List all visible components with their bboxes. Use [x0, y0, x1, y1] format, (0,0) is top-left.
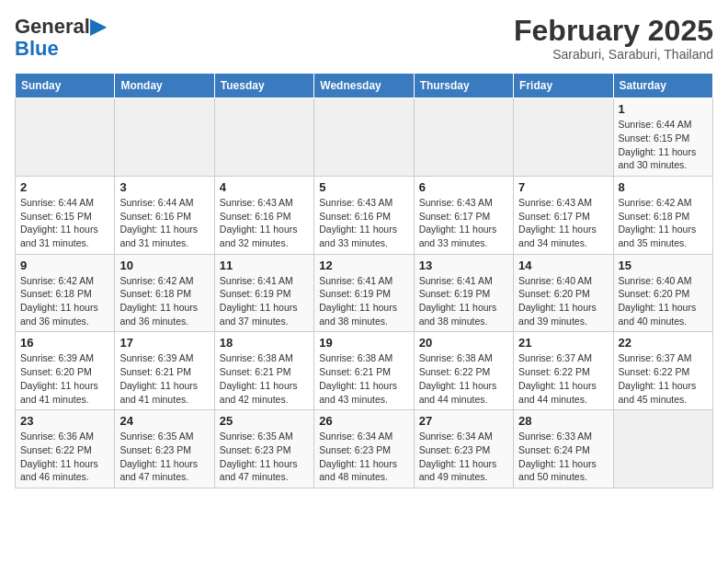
- day-number: 3: [119, 180, 209, 194]
- day-info: Sunrise: 6:35 AM Sunset: 6:23 PM Dayligh…: [220, 430, 309, 484]
- day-info: Sunrise: 6:36 AM Sunset: 6:22 PM Dayligh…: [20, 430, 109, 484]
- day-number: 5: [319, 180, 408, 194]
- calendar-cell: 20Sunrise: 6:38 AM Sunset: 6:22 PM Dayli…: [414, 332, 513, 410]
- day-info: Sunrise: 6:43 AM Sunset: 6:16 PM Dayligh…: [319, 196, 408, 250]
- calendar-cell: [414, 98, 513, 177]
- day-info: Sunrise: 6:42 AM Sunset: 6:18 PM Dayligh…: [619, 196, 708, 250]
- day-number: 11: [220, 259, 309, 272]
- day-number: 14: [518, 259, 608, 272]
- day-number: 13: [419, 259, 508, 272]
- day-number: 23: [20, 414, 109, 428]
- day-info: Sunrise: 6:44 AM Sunset: 6:15 PM Dayligh…: [20, 196, 109, 250]
- calendar-cell: 1Sunrise: 6:44 AM Sunset: 6:15 PM Daylig…: [613, 98, 712, 177]
- day-info: Sunrise: 6:33 AM Sunset: 6:24 PM Dayligh…: [518, 430, 608, 484]
- calendar-cell: 26Sunrise: 6:34 AM Sunset: 6:23 PM Dayli…: [314, 410, 414, 488]
- calendar-cell: 4Sunrise: 6:43 AM Sunset: 6:16 PM Daylig…: [214, 176, 313, 254]
- day-info: Sunrise: 6:34 AM Sunset: 6:23 PM Dayligh…: [419, 430, 508, 484]
- day-number: 12: [319, 259, 408, 272]
- day-info: Sunrise: 6:37 AM Sunset: 6:22 PM Dayligh…: [619, 351, 708, 406]
- calendar-cell: [514, 98, 613, 177]
- day-info: Sunrise: 6:42 AM Sunset: 6:18 PM Dayligh…: [20, 274, 109, 328]
- day-info: Sunrise: 6:39 AM Sunset: 6:21 PM Dayligh…: [119, 351, 209, 406]
- day-number: 15: [619, 259, 708, 272]
- calendar-cell: 24Sunrise: 6:35 AM Sunset: 6:23 PM Dayli…: [115, 410, 214, 488]
- calendar-cell: 15Sunrise: 6:40 AM Sunset: 6:20 PM Dayli…: [613, 254, 712, 332]
- day-number: 24: [119, 414, 209, 428]
- calendar-cell: 9Sunrise: 6:42 AM Sunset: 6:18 PM Daylig…: [16, 254, 115, 332]
- day-info: Sunrise: 6:40 AM Sunset: 6:20 PM Dayligh…: [518, 274, 608, 328]
- day-number: 9: [20, 259, 109, 272]
- calendar-cell: 7Sunrise: 6:43 AM Sunset: 6:17 PM Daylig…: [514, 176, 613, 254]
- day-number: 17: [119, 336, 209, 350]
- calendar-cell: [115, 98, 214, 177]
- calendar-cell: 18Sunrise: 6:38 AM Sunset: 6:21 PM Dayli…: [214, 332, 313, 410]
- logo: General▶ Blue: [15, 15, 106, 61]
- day-header-monday: Monday: [115, 74, 214, 98]
- day-number: 19: [319, 336, 408, 350]
- day-number: 2: [20, 180, 109, 194]
- day-number: 20: [419, 336, 508, 350]
- calendar-cell: 6Sunrise: 6:43 AM Sunset: 6:17 PM Daylig…: [414, 176, 513, 254]
- day-info: Sunrise: 6:40 AM Sunset: 6:20 PM Dayligh…: [619, 274, 708, 328]
- day-number: 21: [518, 336, 608, 350]
- calendar-cell: 23Sunrise: 6:36 AM Sunset: 6:22 PM Dayli…: [16, 410, 115, 488]
- day-info: Sunrise: 6:38 AM Sunset: 6:21 PM Dayligh…: [220, 351, 309, 406]
- week-row-1: 2Sunrise: 6:44 AM Sunset: 6:15 PM Daylig…: [16, 176, 713, 254]
- day-number: 28: [518, 414, 608, 428]
- logo-text: General▶: [15, 15, 106, 39]
- day-number: 4: [220, 180, 309, 194]
- day-info: Sunrise: 6:37 AM Sunset: 6:22 PM Dayligh…: [518, 351, 608, 406]
- day-info: Sunrise: 6:43 AM Sunset: 6:17 PM Dayligh…: [518, 196, 608, 250]
- day-info: Sunrise: 6:38 AM Sunset: 6:21 PM Dayligh…: [319, 351, 408, 406]
- day-number: 16: [20, 336, 109, 350]
- calendar-cell: 21Sunrise: 6:37 AM Sunset: 6:22 PM Dayli…: [514, 332, 613, 410]
- week-row-4: 23Sunrise: 6:36 AM Sunset: 6:22 PM Dayli…: [16, 410, 713, 488]
- title-block: February 2025 Saraburi, Saraburi, Thaila…: [514, 15, 713, 62]
- calendar-cell: 3Sunrise: 6:44 AM Sunset: 6:16 PM Daylig…: [115, 176, 214, 254]
- calendar-cell: 8Sunrise: 6:42 AM Sunset: 6:18 PM Daylig…: [613, 176, 712, 254]
- day-header-friday: Friday: [514, 74, 613, 98]
- calendar-cell: 17Sunrise: 6:39 AM Sunset: 6:21 PM Dayli…: [115, 332, 214, 410]
- day-number: 8: [619, 180, 708, 194]
- calendar-cell: 25Sunrise: 6:35 AM Sunset: 6:23 PM Dayli…: [214, 410, 313, 488]
- day-number: 7: [518, 180, 608, 194]
- calendar-cell: 5Sunrise: 6:43 AM Sunset: 6:16 PM Daylig…: [314, 176, 414, 254]
- day-header-wednesday: Wednesday: [314, 74, 414, 98]
- day-info: Sunrise: 6:35 AM Sunset: 6:23 PM Dayligh…: [119, 430, 209, 484]
- logo-blue: Blue: [15, 37, 59, 61]
- day-number: 22: [619, 336, 708, 350]
- day-info: Sunrise: 6:43 AM Sunset: 6:16 PM Dayligh…: [220, 196, 309, 250]
- month-title: February 2025: [514, 15, 713, 47]
- day-info: Sunrise: 6:41 AM Sunset: 6:19 PM Dayligh…: [419, 274, 508, 328]
- week-row-0: 1Sunrise: 6:44 AM Sunset: 6:15 PM Daylig…: [16, 98, 713, 177]
- day-info: Sunrise: 6:44 AM Sunset: 6:16 PM Dayligh…: [119, 196, 209, 250]
- day-info: Sunrise: 6:38 AM Sunset: 6:22 PM Dayligh…: [419, 351, 508, 406]
- day-number: 10: [119, 259, 209, 272]
- page-header: General▶ Blue February 2025 Saraburi, Sa…: [15, 15, 713, 62]
- calendar-cell: 13Sunrise: 6:41 AM Sunset: 6:19 PM Dayli…: [414, 254, 513, 332]
- day-header-thursday: Thursday: [414, 74, 513, 98]
- calendar-cell: [613, 410, 712, 488]
- calendar-cell: 12Sunrise: 6:41 AM Sunset: 6:19 PM Dayli…: [314, 254, 414, 332]
- day-info: Sunrise: 6:41 AM Sunset: 6:19 PM Dayligh…: [220, 274, 309, 328]
- calendar-cell: 11Sunrise: 6:41 AM Sunset: 6:19 PM Dayli…: [214, 254, 313, 332]
- day-number: 26: [319, 414, 408, 428]
- calendar-table: SundayMondayTuesdayWednesdayThursdayFrid…: [15, 73, 713, 488]
- calendar-cell: 19Sunrise: 6:38 AM Sunset: 6:21 PM Dayli…: [314, 332, 414, 410]
- day-info: Sunrise: 6:42 AM Sunset: 6:18 PM Dayligh…: [119, 274, 209, 328]
- week-row-2: 9Sunrise: 6:42 AM Sunset: 6:18 PM Daylig…: [16, 254, 713, 332]
- day-info: Sunrise: 6:43 AM Sunset: 6:17 PM Dayligh…: [419, 196, 508, 250]
- day-info: Sunrise: 6:41 AM Sunset: 6:19 PM Dayligh…: [319, 274, 408, 328]
- calendar-cell: [314, 98, 414, 177]
- calendar-cell: 27Sunrise: 6:34 AM Sunset: 6:23 PM Dayli…: [414, 410, 513, 488]
- day-number: 25: [220, 414, 309, 428]
- calendar-cell: 2Sunrise: 6:44 AM Sunset: 6:15 PM Daylig…: [16, 176, 115, 254]
- day-header-tuesday: Tuesday: [214, 74, 313, 98]
- calendar-cell: 16Sunrise: 6:39 AM Sunset: 6:20 PM Dayli…: [16, 332, 115, 410]
- calendar-cell: 10Sunrise: 6:42 AM Sunset: 6:18 PM Dayli…: [115, 254, 214, 332]
- calendar-cell: [214, 98, 313, 177]
- day-info: Sunrise: 6:34 AM Sunset: 6:23 PM Dayligh…: [319, 430, 408, 484]
- day-number: 6: [419, 180, 508, 194]
- location-title: Saraburi, Saraburi, Thailand: [514, 47, 713, 62]
- calendar-cell: 22Sunrise: 6:37 AM Sunset: 6:22 PM Dayli…: [613, 332, 712, 410]
